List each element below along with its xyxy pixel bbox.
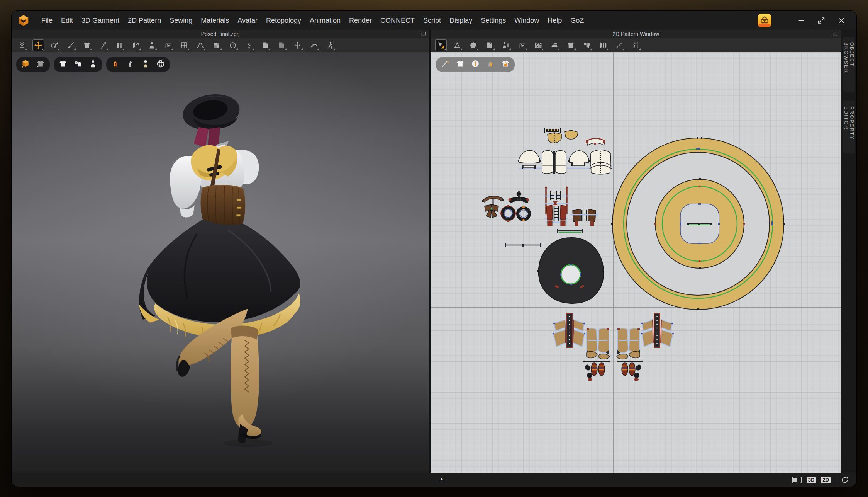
create-polygon-icon bbox=[469, 41, 478, 50]
flatten-button[interactable] bbox=[130, 39, 141, 51]
tab-2d-title: 2D Pattern Window bbox=[612, 31, 659, 37]
create-rectangle-button[interactable] bbox=[484, 39, 495, 51]
pleats-button[interactable] bbox=[597, 39, 609, 51]
simulate-button[interactable] bbox=[16, 39, 28, 51]
texture-checker-button[interactable] bbox=[211, 39, 222, 51]
pattern-lock-icon bbox=[500, 59, 510, 69]
close-button[interactable] bbox=[836, 15, 846, 26]
curve-tool-button[interactable] bbox=[195, 39, 206, 51]
sew-machine-button[interactable] bbox=[162, 39, 174, 51]
create-rectangle-icon bbox=[485, 41, 494, 50]
menu-item-help[interactable]: Help bbox=[543, 14, 566, 27]
menu-item-script[interactable]: Script bbox=[419, 14, 445, 27]
arrange-avatar-button[interactable] bbox=[146, 39, 158, 51]
edit-pattern-icon bbox=[453, 41, 462, 50]
timeline-expand-button[interactable]: ▲ bbox=[439, 476, 444, 482]
reset-view-button[interactable] bbox=[841, 476, 849, 484]
select-brush-button[interactable] bbox=[65, 39, 76, 51]
pattern-boots-group[interactable] bbox=[553, 313, 610, 381]
minimize-button[interactable] bbox=[796, 15, 806, 26]
view-3d-button[interactable]: 3D bbox=[807, 477, 816, 483]
pattern-skirt-rings[interactable] bbox=[611, 137, 785, 310]
texture-editor-button[interactable] bbox=[581, 39, 593, 51]
menu-item-avatar[interactable]: Avatar bbox=[233, 14, 262, 27]
texture-editor-icon bbox=[582, 41, 592, 50]
menu-item-render[interactable]: Render bbox=[345, 14, 376, 27]
tape-measure-button[interactable] bbox=[308, 39, 320, 51]
menu-item-file[interactable]: File bbox=[37, 14, 57, 27]
select-move-button[interactable] bbox=[32, 39, 44, 51]
tab-property-editor-label: PROPERTY EDITOR bbox=[843, 106, 855, 148]
panel-splitter[interactable] bbox=[429, 30, 431, 473]
tab-3d-title: Posed_final.zprj bbox=[201, 31, 240, 37]
menu-item-animation[interactable]: Animation bbox=[305, 14, 345, 27]
grid-window-button[interactable] bbox=[178, 39, 190, 51]
pattern-corset-group[interactable] bbox=[544, 187, 598, 226]
goz-app-badge[interactable] bbox=[758, 14, 771, 27]
app-logo-icon[interactable] bbox=[17, 14, 30, 27]
needle-thread-icon bbox=[440, 59, 450, 69]
pin-vertical-button[interactable] bbox=[292, 39, 303, 51]
trace-pattern-button[interactable] bbox=[500, 39, 512, 51]
menu-item-sewing[interactable]: Sewing bbox=[165, 14, 197, 27]
menu-item-settings[interactable]: Settings bbox=[476, 14, 510, 27]
menu-item-materials[interactable]: Materials bbox=[197, 14, 233, 27]
side-tab-strip: OBJECT BROWSER PROPERTY EDITOR bbox=[841, 30, 856, 473]
menu-item-connect[interactable]: CONNECT bbox=[376, 14, 419, 27]
display-toggles-2d bbox=[436, 57, 515, 72]
pattern-hat-brim[interactable] bbox=[537, 237, 604, 303]
quilting-grid-button[interactable] bbox=[532, 39, 544, 51]
garment-toggle-toggle[interactable] bbox=[455, 59, 465, 70]
menu-item-goz[interactable]: GoZ bbox=[566, 14, 588, 27]
iron-press-button[interactable] bbox=[549, 39, 560, 51]
tab-3d-window[interactable]: Posed_final.zprj bbox=[12, 30, 429, 39]
menu-item-3d-garment[interactable]: 3D Garment bbox=[77, 14, 124, 27]
menu-item-window[interactable]: Window bbox=[510, 14, 543, 27]
float-window-icon[interactable] bbox=[420, 31, 426, 37]
fold-arrangement-button[interactable] bbox=[114, 39, 125, 51]
create-polygon-button[interactable] bbox=[468, 39, 479, 51]
pattern-lock-toggle[interactable] bbox=[500, 59, 510, 70]
basting-icon bbox=[615, 41, 624, 50]
boot-standing[interactable] bbox=[224, 326, 272, 447]
edit-pattern-button[interactable] bbox=[451, 39, 463, 51]
menu-item-2d-pattern[interactable]: 2D Pattern bbox=[124, 14, 165, 27]
walk-pose-button[interactable] bbox=[324, 39, 336, 51]
pattern-accessories-group[interactable] bbox=[482, 191, 529, 222]
menu-item-display[interactable]: Display bbox=[445, 14, 476, 27]
button-tool-button[interactable] bbox=[227, 39, 239, 51]
split-view-button[interactable] bbox=[792, 477, 802, 483]
maximize-button[interactable] bbox=[816, 15, 826, 26]
skirt-black[interactable] bbox=[139, 219, 300, 322]
menu-item-edit[interactable]: Edit bbox=[57, 14, 77, 27]
tab-property-editor[interactable]: PROPERTY EDITOR bbox=[843, 101, 855, 153]
tab-2d-pattern-window[interactable]: 2D Pattern Window bbox=[431, 30, 841, 39]
show-garment-icon bbox=[566, 41, 575, 50]
float-window-icon[interactable] bbox=[832, 31, 838, 37]
fabric-texture-toggle[interactable] bbox=[485, 59, 495, 70]
needle-thread-toggle[interactable] bbox=[440, 59, 450, 70]
basting-button[interactable] bbox=[614, 39, 625, 51]
viewport-2d-pattern[interactable] bbox=[431, 52, 841, 473]
pin-garment-button[interactable] bbox=[81, 39, 93, 51]
pattern-info-toggle[interactable] bbox=[470, 59, 480, 70]
tab-object-browser[interactable]: OBJECT BROWSER bbox=[843, 37, 855, 92]
pattern-blouse-group[interactable] bbox=[518, 128, 612, 174]
view-2d-button[interactable]: 2D bbox=[821, 477, 831, 483]
menu-item-retopology[interactable]: Retopology bbox=[262, 14, 305, 27]
select-lasso-button[interactable] bbox=[49, 39, 60, 51]
show-garment-button[interactable] bbox=[565, 39, 576, 51]
segment-sewing-button[interactable] bbox=[516, 39, 528, 51]
transform-pattern-button[interactable] bbox=[435, 39, 447, 51]
viewport-3d[interactable] bbox=[12, 52, 429, 473]
gradation-dark-button[interactable] bbox=[259, 39, 271, 51]
curve-tool-icon bbox=[196, 41, 205, 50]
garment-hat[interactable] bbox=[180, 90, 242, 134]
shirring-button[interactable] bbox=[630, 39, 641, 51]
zipper-tool-button[interactable] bbox=[243, 39, 255, 51]
select-lasso-icon bbox=[50, 41, 59, 50]
iron-press-icon bbox=[550, 41, 559, 50]
menu-items: FileEdit3D Garment2D PatternSewingMateri… bbox=[37, 14, 588, 27]
gradation-light-button[interactable] bbox=[276, 39, 287, 51]
tack-button[interactable] bbox=[97, 39, 109, 51]
